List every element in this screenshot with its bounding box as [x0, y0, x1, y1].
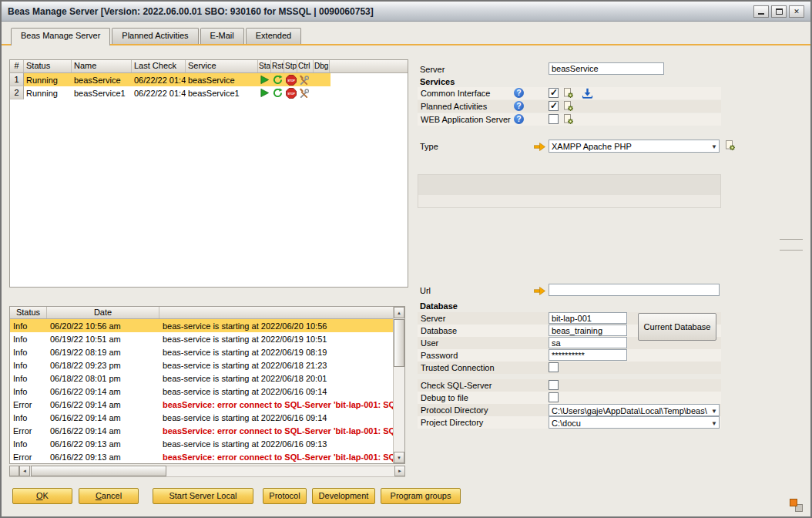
web-application-server-checkbox[interactable]	[549, 114, 559, 124]
configure-service-icon[interactable]	[563, 101, 574, 112]
log-message: beas-service is starting at 2022/06/16 0…	[159, 413, 393, 422]
db-server-input[interactable]	[549, 312, 627, 324]
start-service-icon[interactable]	[258, 86, 271, 99]
log-vertical-scrollbar[interactable]: ▲ ▼	[393, 307, 404, 463]
app-window: Beas Manage Server [Version: 2022.06.00.…	[0, 0, 812, 518]
log-table: Status Date Info06/20/22 10:56 ambeas-se…	[9, 306, 405, 464]
trusted-connection-checkbox[interactable]	[549, 362, 559, 372]
service-name: beasService	[72, 76, 132, 85]
services-table: # Status Name Last Check Service Sta Rst…	[9, 59, 408, 288]
help-icon[interactable]: ?	[514, 88, 524, 98]
link-arrow-icon[interactable]	[534, 287, 545, 295]
service-service: beasService1	[186, 89, 258, 98]
stop-service-icon[interactable]: STOP	[284, 73, 297, 86]
debug-to-file-checkbox[interactable]	[549, 392, 559, 402]
log-row[interactable]: Info06/18/22 08:01 pmbeas-service is sta…	[10, 372, 393, 385]
log-message: beas-service is starting at 2022/06/18 2…	[159, 361, 393, 370]
restart-service-icon[interactable]	[271, 73, 284, 86]
restart-service-icon[interactable]	[271, 86, 284, 99]
minimize-button[interactable]	[753, 5, 769, 18]
log-message: beasService: error connect to SQL-Server…	[159, 400, 393, 409]
service-control-icon[interactable]	[297, 86, 310, 99]
log-row[interactable]: Info06/19/22 10:51 ambeas-service is sta…	[10, 332, 393, 345]
log-date: 06/19/22 08:19 am	[47, 348, 159, 357]
row-number: 2	[10, 86, 24, 99]
start-server-local-button[interactable]: Start Server Local	[153, 488, 253, 504]
planned-activities-checkbox[interactable]	[549, 101, 559, 111]
db-password-input[interactable]	[549, 349, 627, 361]
protocol-directory-select[interactable]: C:\Users\gaje\AppData\Local\Temp\beas\	[549, 404, 720, 416]
url-input[interactable]	[549, 284, 720, 296]
help-icon[interactable]: ?	[514, 101, 524, 111]
vertical-scroll-thumb[interactable]	[394, 319, 404, 367]
configure-service-icon[interactable]	[563, 114, 574, 125]
col-num: #	[10, 60, 24, 72]
db-server-label: Server	[421, 314, 445, 323]
log-status: Info	[10, 374, 47, 383]
horizontal-scroll-thumb[interactable]	[31, 466, 166, 476]
tab-e-mail[interactable]: E-Mail	[200, 28, 244, 44]
db-user-input[interactable]	[549, 337, 627, 348]
common-interface-checkbox[interactable]	[549, 88, 559, 98]
configure-service-icon[interactable]	[563, 88, 574, 99]
db-field-row: Project Directory C:\docu	[418, 416, 721, 429]
service-status: Running	[24, 76, 72, 85]
type-label: Type	[420, 142, 438, 151]
log-row[interactable]: Info06/16/22 09:14 ambeas-service is sta…	[10, 411, 393, 424]
scroll-right-icon[interactable]: ►	[394, 466, 405, 476]
splitter-line	[780, 239, 803, 240]
help-icon[interactable]: ?	[514, 114, 524, 124]
log-row[interactable]: Info06/19/22 08:19 ambeas-service is sta…	[10, 345, 393, 358]
col-log-message	[159, 307, 404, 318]
row-number: 1	[10, 73, 24, 86]
db-field-row: Debug to file	[418, 392, 721, 404]
log-date: 06/18/22 08:01 pm	[47, 374, 159, 383]
log-date: 06/16/22 09:14 am	[47, 426, 159, 436]
development-button[interactable]: Development	[312, 488, 375, 504]
log-row[interactable]: Error06/16/22 09:13 ambeasService: error…	[10, 450, 393, 463]
stop-service-icon[interactable]: STOP	[284, 86, 297, 99]
log-row[interactable]: Info06/16/22 09:13 ambeas-service is sta…	[10, 437, 393, 450]
service-row[interactable]: 2 Running beasService1 06/22/22 01:49 be…	[10, 86, 331, 99]
log-row[interactable]: Error06/16/22 09:14 ambeasService: error…	[10, 424, 393, 437]
link-arrow-icon[interactable]	[534, 143, 545, 151]
form-resize-grip[interactable]	[790, 499, 803, 512]
scroll-up-icon[interactable]: ▲	[394, 307, 404, 318]
maximize-button[interactable]	[771, 5, 787, 18]
check-sql-server-checkbox[interactable]	[549, 380, 559, 390]
log-row[interactable]: Info06/18/22 09:23 pmbeas-service is sta…	[10, 358, 393, 372]
service-control-icon[interactable]	[297, 73, 310, 86]
log-horizontal-scrollbar[interactable]: ◄ ►	[9, 466, 405, 477]
check-sql-server-label: Check SQL-Server	[421, 381, 492, 390]
tab-extended[interactable]: Extended	[246, 28, 301, 44]
svg-text:STOP: STOP	[287, 92, 295, 95]
scroll-left-icon[interactable]: ◄	[19, 466, 30, 476]
service-name: beasService1	[72, 89, 132, 98]
log-row[interactable]: Info06/20/22 10:56 ambeas-service is sta…	[10, 319, 393, 332]
type-select[interactable]: XAMPP Apache PHP	[549, 140, 720, 153]
cancel-button[interactable]: Cancel	[79, 488, 139, 504]
log-message: beas-service is starting at 2022/06/16 0…	[159, 439, 393, 449]
protocol-button[interactable]: Protocol	[263, 488, 307, 504]
close-button[interactable]: ✕	[789, 5, 804, 18]
log-row[interactable]: Error06/16/22 09:14 ambeasService: error…	[10, 398, 393, 411]
tab-planned-activities[interactable]: Planned Activities	[112, 28, 198, 44]
log-message: beas-service is starting at 2022/06/18 2…	[159, 374, 393, 383]
log-message: beas-service is starting at 2022/06/19 1…	[159, 335, 393, 344]
ok-button[interactable]: OK	[12, 488, 72, 504]
log-message: beasService: error connect to SQL-Server…	[159, 426, 393, 436]
program-groups-button[interactable]: Program groups	[381, 488, 461, 504]
tab-beas-manage-server[interactable]: Beas Manage Server	[11, 28, 110, 45]
current-database-button[interactable]: Current Database	[638, 313, 716, 341]
col-filler	[330, 60, 408, 72]
service-row[interactable]: 1 Running beasService 06/22/22 01:49 bea…	[10, 73, 331, 86]
log-row[interactable]: Info06/16/22 09:14 ambeas-service is sta…	[10, 385, 393, 398]
configure-type-icon[interactable]	[725, 140, 736, 151]
start-service-icon[interactable]	[258, 73, 271, 86]
project-directory-select[interactable]: C:\docu	[549, 416, 720, 429]
log-date: 06/16/22 09:13 am	[47, 452, 159, 462]
db-database-input[interactable]	[549, 325, 627, 336]
server-input[interactable]	[549, 62, 664, 75]
scroll-down-icon[interactable]: ▼	[394, 452, 404, 463]
download-icon[interactable]	[582, 88, 593, 99]
